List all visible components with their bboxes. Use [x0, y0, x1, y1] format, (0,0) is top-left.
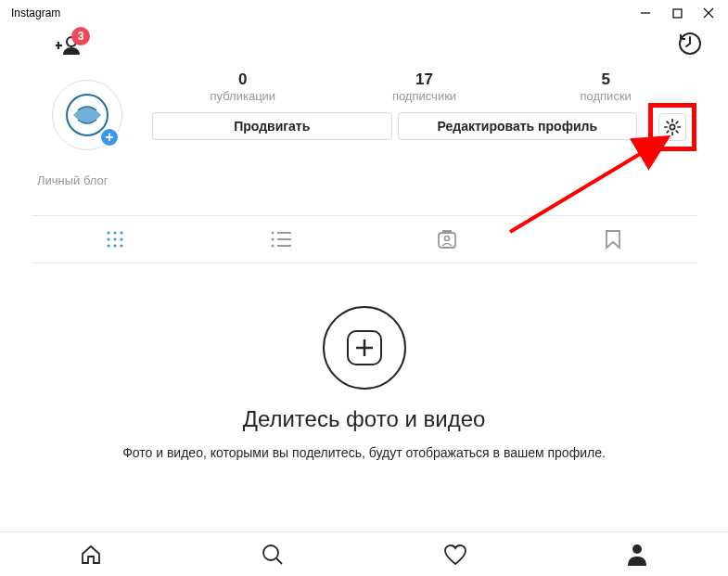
search-icon [261, 543, 285, 567]
window-controls [639, 6, 721, 19]
maximize-button[interactable] [671, 6, 683, 19]
add-story-icon: + [99, 127, 120, 147]
profile-header: + 0 публикации 17 подписчики 5 подписки [0, 65, 728, 198]
svg-point-15 [120, 237, 122, 240]
tab-grid[interactable] [32, 216, 198, 262]
heart-icon [443, 544, 467, 566]
svg-point-11 [113, 231, 116, 234]
empty-title: Делитесь фото и видео [0, 406, 728, 432]
empty-state: Делитесь фото и видео Фото и видео, кото… [0, 263, 728, 460]
activity-button[interactable] [678, 32, 702, 59]
avatar-container: + [32, 70, 143, 150]
stat-followers[interactable]: 17 подписчики [334, 70, 516, 103]
svg-point-30 [263, 545, 278, 560]
edit-profile-button[interactable]: Редактировать профиль [398, 112, 638, 140]
app-header: 3 [0, 26, 728, 65]
stat-posts-label: публикации [152, 89, 334, 103]
stat-followers-label: подписчики [334, 89, 516, 103]
profile-icon [626, 543, 648, 567]
add-post-button[interactable] [323, 306, 406, 390]
tagged-icon [437, 229, 457, 250]
svg-point-23 [271, 245, 274, 248]
stat-following-value: 5 [515, 70, 696, 89]
svg-point-14 [113, 237, 116, 240]
svg-point-18 [120, 244, 122, 247]
profile-tabs [32, 216, 696, 263]
stat-followers-value: 17 [334, 70, 516, 89]
svg-point-9 [670, 124, 674, 129]
window-title: Instagram [7, 6, 60, 19]
bookmark-icon [605, 229, 621, 250]
gear-icon [663, 118, 682, 136]
svg-point-26 [445, 237, 450, 241]
svg-point-13 [107, 237, 109, 240]
nav-search[interactable] [182, 532, 364, 576]
stat-following[interactable]: 5 подписки [515, 70, 696, 103]
avatar[interactable]: + [52, 80, 122, 150]
minimize-button[interactable] [639, 6, 652, 19]
nav-profile[interactable] [546, 532, 728, 576]
nav-activity[interactable] [364, 532, 546, 576]
empty-subtitle: Фото и видео, которыми вы поделитесь, бу… [0, 445, 728, 460]
plus-icon [347, 330, 382, 365]
svg-point-12 [120, 231, 122, 234]
stat-posts[interactable]: 0 публикации [152, 70, 334, 103]
grid-icon [106, 230, 124, 249]
svg-point-32 [632, 544, 642, 554]
promote-button[interactable]: Продвигать [152, 112, 392, 140]
tab-tagged[interactable] [364, 216, 530, 262]
svg-point-10 [107, 231, 109, 234]
profile-bio: Личный блог [32, 173, 696, 187]
svg-line-31 [276, 558, 282, 564]
nav-home[interactable] [0, 532, 182, 576]
settings-button[interactable] [658, 113, 686, 141]
tab-saved[interactable] [530, 216, 696, 262]
tab-list[interactable] [198, 216, 364, 262]
svg-rect-1 [673, 9, 682, 18]
bottom-nav [0, 531, 728, 576]
discover-people-button[interactable]: 3 [56, 35, 82, 56]
close-button[interactable] [702, 6, 715, 19]
notification-badge: 3 [71, 27, 90, 45]
home-icon [79, 543, 103, 567]
list-icon [271, 231, 291, 248]
stat-posts-value: 0 [152, 70, 334, 89]
svg-point-17 [113, 244, 116, 247]
svg-point-19 [271, 232, 274, 235]
window-titlebar: Instagram [0, 0, 728, 26]
svg-point-21 [271, 238, 274, 241]
svg-point-16 [107, 244, 109, 247]
stats-row: 0 публикации 17 подписчики 5 подписки [152, 70, 696, 103]
stat-following-label: подписки [515, 89, 696, 103]
settings-highlight [648, 103, 696, 151]
